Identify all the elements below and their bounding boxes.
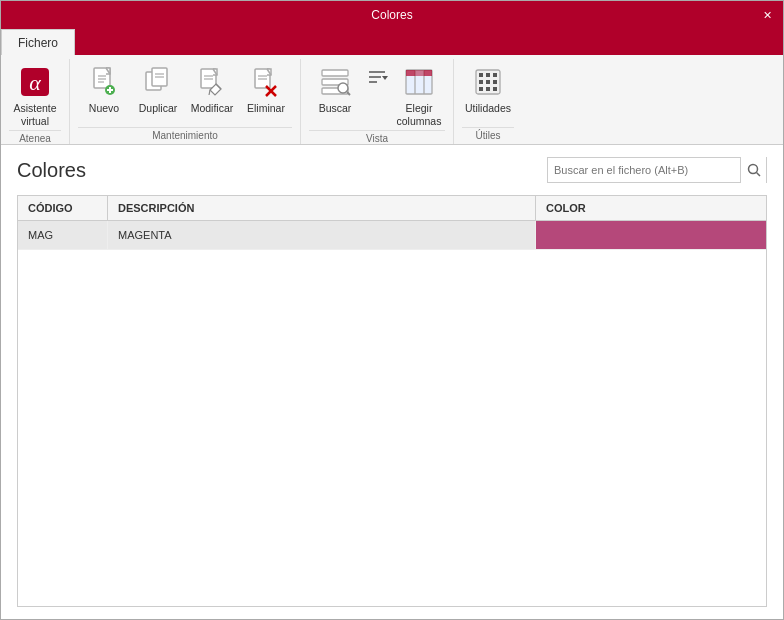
svg-rect-43	[493, 73, 497, 77]
table-body: MAG MAGENTA	[18, 221, 766, 606]
ribbon-tab-bar: Fichero	[1, 29, 783, 55]
svg-text:α: α	[29, 70, 41, 95]
title-bar: Colores ✕	[1, 1, 783, 29]
ribbon-item-utilidades[interactable]: Utilidades	[462, 61, 514, 118]
svg-rect-47	[479, 87, 483, 91]
ribbon-group-mantenimiento: Nuevo Duplicar	[70, 59, 301, 144]
svg-rect-39	[424, 70, 432, 76]
svg-line-51	[756, 173, 760, 177]
page-header: Colores	[17, 157, 767, 183]
col-header-descripcion: DESCRIPCIÓN	[108, 196, 536, 220]
table-header: CÓDIGO DESCRIPCIÓN COLOR	[18, 196, 766, 221]
mantenimiento-group-label: Mantenimiento	[78, 127, 292, 144]
ribbon-item-buscar[interactable]: Buscar	[309, 61, 361, 118]
edit-icon	[194, 64, 230, 100]
table-row[interactable]: MAG MAGENTA	[18, 221, 766, 250]
svg-rect-44	[479, 80, 483, 84]
main-content: Colores CÓDIGO DESCRIPCIÓN COLOR MAG	[1, 145, 783, 619]
search-icon	[747, 163, 761, 177]
close-button[interactable]: ✕	[751, 1, 783, 29]
duplicar-label: Duplicar	[139, 102, 178, 115]
alpha-icon: α	[17, 64, 53, 100]
buscar-label: Buscar	[319, 102, 352, 115]
ribbon-item-modificar[interactable]: Modificar	[186, 61, 238, 118]
ribbon-items-mantenimiento: Nuevo Duplicar	[78, 61, 292, 127]
sort-icon	[363, 64, 391, 92]
elegir-columnas-label: Elegir columnas	[395, 102, 443, 127]
ribbon-item-asistente-virtual[interactable]: α Asistente virtual	[9, 61, 61, 130]
ribbon-item-eliminar[interactable]: Eliminar	[240, 61, 292, 118]
ribbon-items-vista: Buscar	[309, 61, 445, 130]
ribbon-items-atenea: α Asistente virtual	[9, 61, 61, 130]
modificar-label: Modificar	[191, 102, 234, 115]
ribbon-group-utiles: Utilidades Útiles	[454, 59, 522, 144]
svg-rect-37	[406, 70, 415, 76]
svg-rect-45	[486, 80, 490, 84]
svg-rect-49	[493, 87, 497, 91]
ribbon-group-vista: Buscar	[301, 59, 454, 144]
ribbon-item-elegir-columnas[interactable]: Elegir columnas	[393, 61, 445, 130]
svg-line-19	[209, 90, 210, 95]
utilities-icon	[470, 64, 506, 100]
cell-codigo: MAG	[18, 221, 108, 249]
data-table: CÓDIGO DESCRIPCIÓN COLOR MAG MAGENTA	[17, 195, 767, 607]
columns-icon	[401, 64, 437, 100]
tab-fichero[interactable]: Fichero	[1, 29, 75, 55]
ribbon-item-duplicar[interactable]: Duplicar	[132, 61, 184, 118]
ribbon: α Asistente virtual Atenea	[1, 55, 783, 145]
ribbon-item-sort[interactable]	[363, 61, 391, 95]
col-header-codigo: CÓDIGO	[18, 196, 108, 220]
utilidades-label: Utilidades	[465, 102, 511, 115]
main-window: Colores ✕ Fichero α Asistente virt	[0, 0, 784, 620]
search-input[interactable]	[548, 164, 740, 176]
asistente-virtual-label: Asistente virtual	[11, 102, 59, 127]
svg-rect-38	[415, 70, 424, 76]
cell-color	[536, 221, 766, 249]
svg-rect-48	[486, 87, 490, 91]
window-title: Colores	[371, 8, 412, 22]
delete-icon	[248, 64, 284, 100]
ribbon-items-utiles: Utilidades	[462, 61, 514, 127]
svg-rect-46	[493, 80, 497, 84]
search-ribbon-icon	[317, 64, 353, 100]
cell-descripcion: MAGENTA	[108, 221, 536, 249]
duplicate-icon	[140, 64, 176, 100]
search-button[interactable]	[740, 157, 766, 183]
svg-point-50	[748, 165, 757, 174]
ribbon-item-nuevo[interactable]: Nuevo	[78, 61, 130, 118]
new-icon	[86, 64, 122, 100]
page-title: Colores	[17, 159, 86, 182]
window-controls: ✕	[751, 1, 783, 29]
ribbon-group-atenea: α Asistente virtual Atenea	[1, 59, 70, 144]
nuevo-label: Nuevo	[89, 102, 119, 115]
col-header-color: COLOR	[536, 196, 766, 220]
svg-point-29	[338, 83, 348, 93]
svg-rect-42	[486, 73, 490, 77]
svg-rect-26	[322, 70, 348, 76]
eliminar-label: Eliminar	[247, 102, 285, 115]
color-swatch	[536, 221, 766, 249]
svg-rect-41	[479, 73, 483, 77]
search-box	[547, 157, 767, 183]
utiles-group-label: Útiles	[462, 127, 514, 144]
